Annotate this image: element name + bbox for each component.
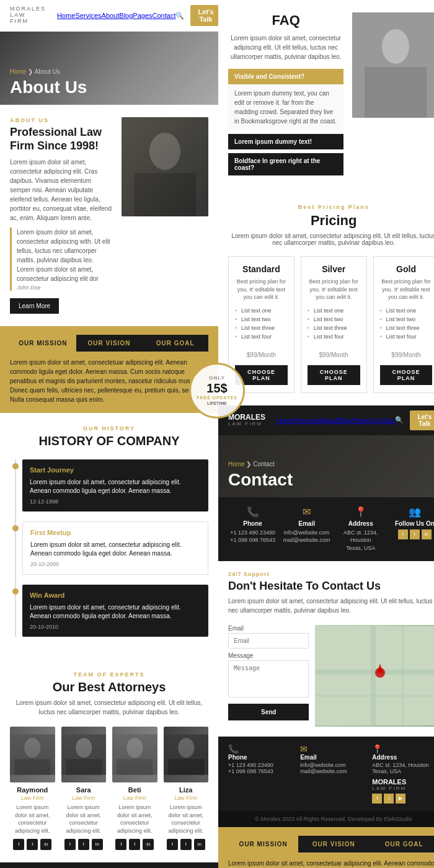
search-icon[interactable]: 🔍: [175, 12, 184, 20]
nav-pages[interactable]: Pages: [133, 12, 152, 19]
social-tw-sara[interactable]: t: [78, 839, 89, 850]
svg-point-4: [24, 738, 40, 758]
about-section: ABOUT US Professional Law Firm Since 199…: [0, 105, 218, 326]
contact-send-button[interactable]: Send: [228, 704, 309, 720]
mission2-tab-2[interactable]: OUR VISION: [298, 836, 368, 852]
contact-breadcrumb-current: Contact: [253, 461, 274, 467]
social-fb-liza[interactable]: f: [167, 839, 178, 850]
team-grid: Raymond Law Firm Lorem ipsum dolor sit a…: [10, 727, 208, 849]
feature-1: List text one: [235, 306, 288, 315]
team-card-sara: Sara Law Firm Lorem ipsum dolor sit amet…: [61, 727, 107, 849]
contact-email-input[interactable]: [228, 633, 309, 649]
timeline-desc-2: Lorem ipsum dolor sit amet, consectetur …: [30, 541, 200, 558]
learn-more-button[interactable]: Learn More: [10, 298, 59, 314]
pricing-grid: Standard Best pricing plan for you. It' …: [228, 256, 434, 393]
contact-nav-pages[interactable]: Pages: [352, 417, 371, 424]
mission-tab-3[interactable]: OUR GOAL: [142, 335, 208, 352]
choose-plan-gold[interactable]: CHOOSE PLAN: [380, 365, 433, 385]
mission2-tab-1[interactable]: OUR MISSION: [228, 836, 298, 852]
timeline-date-1: 12-12-1998: [30, 498, 201, 506]
cf-yt[interactable]: ▶: [396, 794, 405, 804]
choose-plan-standard[interactable]: CHOOSE PLAN: [235, 365, 288, 385]
team-name-beti: Beti: [112, 786, 157, 794]
social-tw-beti[interactable]: t: [129, 839, 140, 850]
footer-left: 📞 Phone +1 123 490 23490+1 098 098 76543…: [0, 862, 218, 868]
timeline-item-1: Start Journey Lorem ipsum dolor sit amet…: [22, 459, 208, 512]
faq-item-3: Boldface In green right at the coast?: [228, 153, 343, 175]
navbar: MORALES LAW FIRM Home Services About Blo…: [0, 0, 218, 32]
pricing-card-silver: Silver Best pricing plan for you. It' ed…: [301, 256, 367, 393]
social-tw-liza[interactable]: t: [180, 839, 192, 850]
contact-nav-home[interactable]: Home: [277, 417, 294, 424]
team-social-liza: f t in: [164, 839, 209, 850]
nav-home[interactable]: Home: [57, 12, 75, 19]
mission2-content: Lorem ipsum dolor sit amet, consectetuar…: [228, 859, 434, 868]
team-role-raymond: Law Firm: [10, 795, 55, 801]
team-role-beti: Law Firm: [112, 795, 157, 801]
social-fb-beti[interactable]: f: [115, 839, 126, 850]
site-logo: MORALES LAW FIRM: [10, 6, 46, 25]
feature-g4: List text four: [380, 332, 433, 341]
choose-plan-silver[interactable]: CHOOSE PLAN: [308, 365, 360, 385]
contact-copyright: © Morales 2023 All Rights Reserved. Deve…: [255, 816, 412, 822]
pricing-card-standard: Standard Best pricing plan for you. It' …: [228, 256, 294, 393]
cf-email-label: Email: [300, 754, 367, 761]
nav-services[interactable]: Services: [75, 12, 101, 19]
contact-email-label: Email: [282, 520, 331, 527]
team-social-beti: f t in: [112, 839, 157, 850]
faq-question-3[interactable]: Boldface In green right at the coast?: [228, 153, 343, 175]
contact-email-value: info@website.commail@website.com: [282, 529, 331, 544]
lets-talk-button[interactable]: Let's Talk: [190, 5, 221, 26]
feature-s4: List text four: [308, 332, 360, 341]
timeline-title-3: Win Award: [30, 591, 201, 600]
breadcrumb-home[interactable]: Home: [10, 68, 27, 75]
mission-tab-2[interactable]: OUR VISION: [76, 335, 143, 352]
mission-tab-1[interactable]: OUR MISSION: [10, 335, 76, 352]
contact-lets-talk-button[interactable]: Let's Talk: [410, 410, 434, 430]
page-title: About Us: [10, 78, 208, 97]
cf-fb[interactable]: f: [372, 794, 382, 804]
history-section: OUR HISTORY HISTORY OF COMPANY Start Jou…: [0, 413, 218, 659]
follow-in[interactable]: in: [422, 529, 432, 539]
contact-nav-blog[interactable]: Blog: [339, 417, 352, 424]
contact-info-bar: 📞 Phone +1 123 490 23490+1 098 098 76543…: [218, 497, 434, 561]
social-tw-raymond[interactable]: t: [27, 839, 38, 850]
faq-question-2[interactable]: Lorem ipsum dummy text!: [228, 134, 343, 149]
contact-address-value: ABC st. 1234, HoustonTexas, USA: [336, 529, 385, 552]
social-in-beti[interactable]: in: [143, 839, 154, 850]
pricing-label: Best Pricing Plans: [228, 204, 434, 210]
cf-tw[interactable]: t: [384, 794, 394, 804]
contact-breadcrumb-home[interactable]: Home: [228, 461, 245, 467]
follow-tw[interactable]: t: [410, 529, 420, 539]
social-in-liza[interactable]: in: [194, 839, 205, 850]
contact-phone-label: Phone: [228, 520, 277, 527]
team-name-sara: Sara: [61, 786, 107, 794]
team-card-raymond: Raymond Law Firm Lorem ipsum dolor sit a…: [10, 727, 55, 849]
contact-hero: Home ❯ Contact Contact: [218, 435, 434, 497]
plan-features-standard: List text one List text two List text th…: [235, 306, 288, 341]
contact-message-input[interactable]: [228, 660, 309, 698]
nav-contact[interactable]: Contact: [153, 12, 176, 19]
timeline-item-3: Win Award Lorem ipsum dolor sit amet, co…: [22, 585, 208, 637]
nav-about[interactable]: About: [102, 12, 120, 19]
social-fb-raymond[interactable]: f: [13, 839, 24, 850]
contact-nav-contact[interactable]: Contact: [372, 417, 396, 424]
contact-nav-about[interactable]: About: [321, 417, 339, 424]
svg-rect-14: [168, 759, 204, 774]
social-in-raymond[interactable]: in: [40, 839, 51, 850]
mission2-tabs: OUR MISSION OUR VISION OUR GOAL: [228, 836, 434, 852]
faq-question-1[interactable]: Visible and Consistent?: [228, 69, 343, 84]
svg-rect-0: [122, 117, 208, 216]
follow-fb[interactable]: f: [398, 529, 408, 539]
social-in-sara[interactable]: in: [92, 839, 103, 850]
mission2-tab-3[interactable]: OUR GOAL: [369, 836, 434, 852]
social-fb-sara[interactable]: f: [64, 839, 76, 850]
contact-nav-services[interactable]: Services: [294, 417, 321, 424]
message-field-label: Message: [228, 652, 309, 659]
svg-rect-9: [112, 735, 157, 775]
contact-search-icon[interactable]: 🔍: [395, 416, 404, 424]
faq-heading: FAQ: [228, 12, 343, 29]
timeline-item-2: First Meetup Lorem ipsum dolor sit amet,…: [22, 521, 208, 575]
nav-blog[interactable]: Blog: [119, 12, 133, 19]
team-label: TEAM OF EXPERTS: [10, 671, 208, 678]
